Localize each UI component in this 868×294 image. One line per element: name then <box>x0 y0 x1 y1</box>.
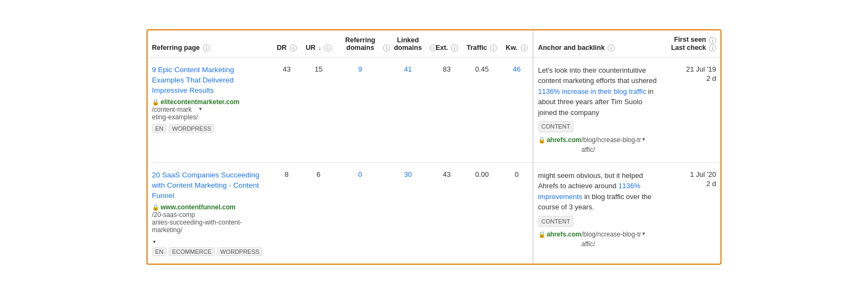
anchor-content-2: might seem obvious, but it helped Ahrefs… <box>538 170 659 250</box>
sort-arrow-ur[interactable]: ↓ <box>318 44 322 51</box>
cell-referring-page-2: 20 SaaS Companies Succeeding with Conten… <box>148 162 272 263</box>
url-path-1: /content-marketing-examples/ <box>152 106 198 121</box>
col-label-first-seen: First seen <box>674 36 706 43</box>
cell-traffic-2: 0.00 <box>462 162 501 263</box>
col-label-dr: DR <box>277 44 286 52</box>
col-label-referring-page: Referring page <box>152 44 200 52</box>
cell-firstseen-1: 21 Jul '19 2 d <box>663 57 720 162</box>
first-seen-date-1: 21 Jul '19 <box>668 65 716 73</box>
kw-value-1: 46 <box>513 65 520 73</box>
lock-icon-2: 🔒 <box>152 204 159 211</box>
info-icon-traffic[interactable]: i <box>490 44 497 52</box>
tag-ecommerce-2: ECOMMERCE <box>169 247 215 256</box>
cell-referring-page-1: 9 Epic Content Marketing Examples That D… <box>148 57 272 162</box>
col-label-anchor: Anchor and backlink <box>538 44 605 52</box>
info-icon-anchor[interactable]: i <box>608 44 615 52</box>
backlink-dropdown-1[interactable]: ▾ <box>642 135 645 143</box>
col-header-traffic: Traffic i <box>462 30 501 57</box>
tag-en-1: EN <box>152 124 167 133</box>
cell-kw-1: 46 <box>501 57 532 162</box>
cell-ur-2: 6 <box>301 162 336 263</box>
backlink-path-2: /blog/ncrease-blog-traffic/ <box>582 229 641 249</box>
tag-wordpress-1: WORDPRESS <box>169 124 214 133</box>
backlink-url-1: 🔒 ahrefs.com /blog/ncrease-blog-traffic/… <box>538 135 659 155</box>
url-dropdown-2[interactable]: ▾ <box>153 239 156 245</box>
url-line-2: 🔒 www.contentfunnel.com /20-saas-compani… <box>152 203 267 234</box>
info-icon-first-seen[interactable]: i <box>709 37 716 44</box>
lock-icon-1: 🔒 <box>152 99 159 106</box>
content-tag-2: CONTENT <box>538 216 573 227</box>
col-header-referring-page: Referring page i <box>148 30 272 57</box>
cell-firstseen-2: 1 Jul '20 2 d <box>663 162 720 263</box>
last-check-2: 2 d <box>668 180 716 188</box>
backlink-domain-1: ahrefs.com <box>547 135 582 145</box>
url-path-2: /20-saas-companies-succeeding-with-conte… <box>152 211 267 234</box>
table-row: 20 SaaS Companies Succeeding with Conten… <box>148 162 720 263</box>
info-icon-kw[interactable]: i <box>521 44 528 52</box>
backlink-domain-2: ahrefs.com <box>547 229 582 239</box>
info-icon-dr[interactable]: i <box>290 44 297 52</box>
ld-link-2[interactable]: 30 <box>404 170 412 178</box>
page-title-link-2[interactable]: 20 SaaS Companies Succeeding with Conten… <box>152 170 267 201</box>
first-seen-date-2: 1 Jul '20 <box>668 170 716 178</box>
cell-anchor-2: might seem obvious, but it helped Ahrefs… <box>533 162 663 263</box>
cell-dr-2: 8 <box>272 162 301 263</box>
page-title-link-1[interactable]: 9 Epic Content Marketing Examples That D… <box>152 65 267 96</box>
info-icon-referring-page[interactable]: i <box>203 44 210 52</box>
table-row: 9 Epic Content Marketing Examples That D… <box>148 57 720 162</box>
col-label-last-check: Last check <box>671 44 706 52</box>
last-check-1: 2 d <box>668 74 716 82</box>
anchor-content-1: Let's look into their counterintuitive c… <box>538 65 659 155</box>
url-dropdown-1[interactable]: ▾ <box>199 106 202 112</box>
cell-anchor-1: Let's look into their counterintuitive c… <box>533 57 663 162</box>
backlink-url-2: 🔒 ahrefs.com /blog/ncrease-blog-traffic/… <box>538 229 659 249</box>
kw-value-2: 0 <box>515 170 519 178</box>
col-header-ext: Ext. i <box>431 30 462 57</box>
col-header-linked-domains: Linked domains i <box>385 30 431 57</box>
main-table-wrapper: Referring page i DR i UR ↓ i Referring d… <box>146 29 722 264</box>
cell-rd-2: 0 <box>336 162 385 263</box>
col-label-kw: Kw. <box>506 44 518 52</box>
col-label-ur: UR <box>305 44 315 52</box>
anchor-plain-text-1: Let's look into their counterintuitive c… <box>538 66 657 85</box>
info-icon-last-check[interactable]: i <box>709 44 716 52</box>
col-header-ur: UR ↓ i <box>301 30 336 57</box>
info-icon-ext[interactable]: i <box>451 44 458 52</box>
col-label-traffic: Traffic <box>467 44 487 52</box>
col-header-first-seen: First seen i Last check i <box>663 30 720 57</box>
rd-link-2[interactable]: 0 <box>358 170 362 178</box>
anchor-text-2: might seem obvious, but it helped Ahrefs… <box>538 170 659 213</box>
tags-line-2: EN ECOMMERCE WORDPRESS <box>152 247 267 256</box>
ld-link-1[interactable]: 41 <box>404 65 412 73</box>
content-tag-1: CONTENT <box>538 121 573 132</box>
tag-wordpress-2: WORDPRESS <box>217 247 263 256</box>
col-header-anchor: Anchor and backlink i <box>533 30 663 57</box>
cell-ld-1: 41 <box>385 57 431 162</box>
url-domain-1: elitecontentmarketer.com <box>161 98 239 106</box>
cell-ld-2: 30 <box>385 162 431 263</box>
cell-ext-1: 83 <box>431 57 462 162</box>
backlink-lock-2: 🔒 <box>538 230 546 239</box>
cell-rd-1: 9 <box>336 57 385 162</box>
backlink-path-1: /blog/ncrease-blog-traffic/ <box>582 135 641 155</box>
info-icon-ur[interactable]: i <box>324 44 331 52</box>
url-domain-2: www.contentfunnel.com <box>161 203 235 211</box>
anchor-link-1[interactable]: 1136% increase in their blog traffic <box>538 87 646 95</box>
backlink-lock-1: 🔒 <box>538 136 546 145</box>
cell-traffic-1: 0.45 <box>462 57 501 162</box>
tag-en-2: EN <box>152 247 167 256</box>
col-label-linked-domains: Linked domains <box>389 36 427 52</box>
url-line-1: 🔒 elitecontentmarketer.com /content-mark… <box>152 98 267 121</box>
backlink-dropdown-2[interactable]: ▾ <box>642 229 645 238</box>
anchor-text-1: Let's look into their counterintuitive c… <box>538 65 659 118</box>
col-header-referring-domains: Referring domains i <box>336 30 385 57</box>
tags-line-1: EN WORDPRESS <box>152 124 267 133</box>
col-label-referring-domains: Referring domains <box>340 36 380 52</box>
cell-ur-1: 15 <box>301 57 336 162</box>
col-header-dr: DR i <box>272 30 301 57</box>
rd-link-1[interactable]: 9 <box>358 65 362 73</box>
cell-ext-2: 43 <box>431 162 462 263</box>
cell-kw-2: 0 <box>501 162 532 263</box>
col-label-ext: Ext. <box>436 44 448 52</box>
col-header-kw: Kw. i <box>501 30 532 57</box>
